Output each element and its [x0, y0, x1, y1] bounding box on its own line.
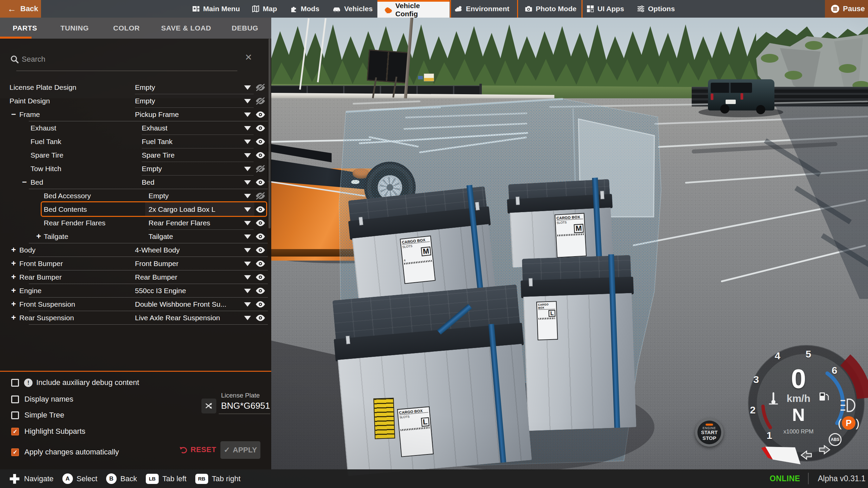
part-value[interactable]: Fuel Tank [142, 138, 173, 146]
tab-color[interactable]: COLOR [99, 18, 154, 39]
menu-item-environment[interactable]: Environment [454, 0, 509, 18]
expander-plus-icon[interactable]: + [11, 286, 16, 295]
visibility-eye-icon[interactable] [255, 219, 266, 228]
part-value[interactable]: Empty [135, 97, 155, 105]
visibility-eye-icon[interactable] [255, 124, 266, 134]
part-value[interactable]: Live Axle Rear Suspension [135, 314, 220, 322]
visibility-eye-icon[interactable] [255, 232, 266, 242]
expander-plus-icon[interactable]: + [11, 299, 16, 309]
expander-plus-icon[interactable]: + [11, 313, 16, 322]
dropdown-caret-icon[interactable] [244, 180, 251, 185]
part-row-front-suspension[interactable]: +Front SuspensionDouble Wishbone Front S… [0, 298, 271, 311]
expander-plus-icon[interactable]: + [11, 245, 16, 255]
pause-button[interactable]: Pause [825, 0, 868, 18]
visibility-eye-off-icon[interactable] [255, 192, 266, 201]
dropdown-caret-icon[interactable] [244, 126, 251, 130]
dropdown-caret-icon[interactable] [244, 221, 251, 225]
menu-item-options[interactable]: Options [637, 0, 675, 18]
dropdown-caret-icon[interactable] [244, 99, 251, 103]
part-row-spare-tire[interactable]: Spare TireSpare Tire [0, 148, 271, 162]
part-row-paint-design[interactable]: Paint DesignEmpty [0, 94, 271, 108]
option-include-auxiliary-debug-content[interactable]: !Include auxiliary debug content [0, 377, 271, 388]
visibility-eye-icon[interactable] [255, 110, 266, 120]
visibility-eye-icon[interactable] [255, 273, 266, 283]
dropdown-caret-icon[interactable] [244, 85, 251, 90]
dropdown-caret-icon[interactable] [244, 235, 251, 239]
part-value[interactable]: 550cc I3 Engine [135, 287, 186, 295]
visibility-eye-icon[interactable] [255, 151, 266, 161]
visibility-eye-icon[interactable] [255, 178, 266, 188]
visibility-eye-icon[interactable] [255, 260, 266, 269]
part-row-bed[interactable]: −BedBed [0, 176, 271, 189]
part-value[interactable]: Double Wishbone Front Su... [135, 300, 226, 308]
option-highlight-subparts[interactable]: ✓Highlight Subparts [0, 426, 271, 437]
checkbox[interactable]: ✓ [11, 448, 19, 456]
option-simple-tree[interactable]: Simple Tree [0, 409, 271, 421]
part-row-tow-hitch[interactable]: Tow HitchEmpty [0, 162, 271, 176]
menu-item-ui-apps[interactable]: UI Apps [586, 0, 624, 18]
expander-minus-icon[interactable]: − [22, 177, 27, 187]
tab-save-load[interactable]: SAVE & LOAD [154, 18, 219, 39]
part-row-body[interactable]: +Body4-Wheel Body [0, 243, 271, 257]
expander-plus-icon[interactable]: + [11, 259, 16, 268]
tab-debug[interactable]: DEBUG [219, 18, 271, 39]
part-row-front-bumper[interactable]: +Front BumperFront Bumper [0, 257, 271, 270]
expander-minus-icon[interactable]: − [11, 109, 16, 119]
dropdown-caret-icon[interactable] [244, 194, 251, 198]
part-value[interactable]: Exhaust [142, 124, 167, 132]
engine-start-stop-button[interactable]: ENGINE START STOP [695, 418, 724, 447]
dropdown-caret-icon[interactable] [244, 113, 251, 117]
checkbox[interactable] [11, 411, 19, 419]
reset-button[interactable]: RESET [179, 445, 216, 454]
part-row-rear-fender-flares[interactable]: Rear Fender FlaresRear Fender Flares [0, 216, 271, 230]
part-row-rear-bumper[interactable]: +Rear BumperRear Bumper [0, 270, 271, 284]
dropdown-caret-icon[interactable] [244, 289, 251, 293]
apply-button[interactable]: ✓ APPLY [220, 441, 260, 459]
part-row-exhaust[interactable]: ExhaustExhaust [0, 121, 271, 135]
part-value[interactable]: 4-Wheel Body [135, 246, 180, 254]
part-row-tailgate[interactable]: +TailgateTailgate [0, 230, 271, 243]
part-value[interactable]: Pickup Frame [135, 110, 179, 119]
part-row-frame[interactable]: −FramePickup Frame [0, 108, 271, 121]
dropdown-caret-icon[interactable] [244, 248, 251, 252]
dropdown-caret-icon[interactable] [244, 140, 251, 144]
part-value[interactable]: Rear Fender Flares [149, 219, 210, 227]
checkbox[interactable] [11, 379, 19, 387]
part-row-engine[interactable]: +Engine550cc I3 Engine [0, 284, 271, 298]
part-value[interactable]: Empty [135, 83, 155, 92]
visibility-eye-off-icon[interactable] [255, 97, 266, 106]
checkbox[interactable]: ✓ [11, 428, 19, 435]
expander-plus-icon[interactable]: + [36, 231, 41, 241]
randomize-plate-button[interactable] [201, 399, 216, 413]
visibility-eye-icon[interactable] [255, 300, 266, 310]
part-row-license-plate-design[interactable]: License Plate DesignEmpty [0, 81, 271, 94]
part-row-rear-suspension[interactable]: +Rear SuspensionLive Axle Rear Suspensio… [0, 311, 271, 325]
dropdown-caret-icon[interactable] [244, 153, 251, 158]
dropdown-caret-icon[interactable] [244, 275, 251, 280]
part-value[interactable]: Rear Bumper [135, 273, 177, 281]
part-value[interactable]: Empty [142, 165, 162, 173]
part-row-bed-contents[interactable]: Bed Contents2x Cargo Load Box L [0, 203, 271, 216]
menu-item-vehicle-config[interactable]: Vehicle Config [377, 0, 450, 18]
menu-item-map[interactable]: Map [252, 0, 277, 18]
visibility-eye-off-icon[interactable] [255, 83, 266, 93]
visibility-eye-icon[interactable] [255, 287, 266, 296]
menu-item-mods[interactable]: Mods [290, 0, 319, 18]
menu-item-main-menu[interactable]: Main Menu [192, 0, 240, 18]
dropdown-caret-icon[interactable] [244, 316, 251, 320]
expander-plus-icon[interactable]: + [11, 272, 16, 282]
menu-item-vehicles[interactable]: Vehicles [332, 0, 373, 18]
tab-parts[interactable]: PARTS [0, 18, 50, 39]
search-input[interactable] [21, 52, 212, 66]
part-value[interactable]: Tailgate [149, 232, 173, 241]
part-value[interactable]: Bed [142, 178, 154, 186]
scrollbar[interactable] [269, 39, 271, 228]
visibility-eye-off-icon[interactable] [255, 165, 266, 174]
dropdown-caret-icon[interactable] [244, 302, 251, 307]
license-plate-value[interactable]: BNG*G6951 [221, 401, 270, 411]
menu-item-photo-mode[interactable]: Photo Mode [525, 0, 576, 18]
part-value[interactable]: Empty [149, 192, 169, 200]
part-value[interactable]: Spare Tire [142, 151, 175, 159]
search-clear-icon[interactable]: ✕ [245, 52, 252, 63]
checkbox[interactable] [11, 395, 19, 403]
